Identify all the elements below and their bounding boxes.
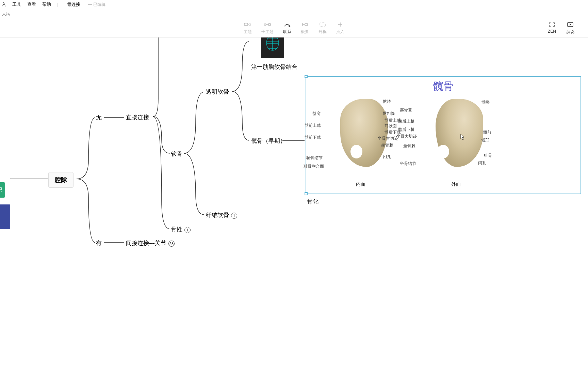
menu-insert[interactable]: 入 (2, 1, 6, 7)
topic-icon (244, 21, 251, 28)
document-status: — 已编辑 (88, 2, 105, 7)
node-none[interactable]: 无 (96, 113, 102, 121)
play-icon (567, 21, 574, 28)
hip-title: 髖骨 (433, 79, 454, 93)
hip-view-lateral: 外面 (451, 181, 461, 187)
svg-rect-4 (268, 24, 271, 26)
selected-image-hip[interactable]: 髖骨 髂窝 髂前上棘 髂前下棘 耻骨结节 耻骨联合面 髂嵴 髂粗隆 髂后上棘 耳… (306, 76, 581, 194)
tool-zen[interactable]: ZEN (548, 21, 556, 35)
tool-topic[interactable]: 主题 (244, 21, 252, 35)
plus-icon (337, 21, 344, 28)
node-hip-early[interactable]: 髋骨（早期） (251, 137, 286, 145)
badge-28: 28 (168, 241, 175, 247)
node-cavity[interactable]: 腔隙 (48, 172, 74, 188)
node-rib1[interactable]: 第一肋胸软骨结合 (251, 63, 297, 71)
tool-subtopic[interactable]: 子主题 (261, 21, 274, 35)
relation-icon (283, 21, 291, 28)
cursor-icon (460, 134, 465, 140)
svg-rect-6 (320, 23, 325, 26)
menu-tools[interactable]: 工具 (12, 1, 21, 7)
node-direct[interactable]: 直接连接 (126, 113, 149, 121)
thumbnail-ribcage[interactable] (261, 37, 284, 58)
summary-icon (301, 21, 309, 28)
menu-view[interactable]: 查看 (27, 1, 36, 7)
tool-summary[interactable]: 概要 (301, 21, 309, 35)
svg-rect-1 (249, 24, 251, 25)
tool-boundary[interactable]: 外框 (318, 21, 327, 35)
node-left-green[interactable]: 只 (0, 182, 5, 198)
resize-handle-tl[interactable] (305, 75, 308, 78)
hip-view-medial: 内面 (356, 181, 365, 187)
subtopic-icon (264, 21, 271, 28)
tabbar: 大纲 (0, 9, 588, 19)
boundary-icon (319, 21, 326, 28)
resize-handle-bl[interactable] (305, 192, 308, 195)
svg-point-2 (264, 24, 266, 26)
svg-rect-0 (244, 23, 248, 26)
node-fibro[interactable]: 纤维软骨1 (206, 211, 237, 219)
tool-pitch[interactable]: 演说 (566, 21, 574, 35)
tab-outline[interactable]: 大纲 (2, 11, 11, 17)
node-yes[interactable]: 有 (96, 239, 102, 247)
tool-relationship[interactable]: 联系 (283, 21, 291, 35)
mindmap-canvas[interactable]: 只 腔隙 无 直接连接 软骨 透明软骨 纤维软骨1 骨性1 有 间接连接---关… (0, 37, 588, 368)
svg-rect-5 (305, 24, 308, 26)
node-cartilage[interactable]: 软骨 (171, 150, 182, 158)
badge-1: 1 (231, 213, 237, 219)
zen-icon (548, 21, 556, 28)
node-root[interactable] (0, 204, 10, 229)
hip-lateral-view: 髂骨翼 髂后上棘 髂后下棘 坐骨大切迹 坐骨棘 坐骨结节 髂嵴 髂前 髋臼 耻骨… (419, 95, 493, 177)
toolbar: 主题 子主题 联系 概要 外框 插入 ZEN 演说 (0, 19, 588, 37)
node-ossify[interactable]: 骨化 (307, 198, 318, 205)
tool-insert[interactable]: 插入 (336, 21, 344, 35)
node-indirect[interactable]: 间接连接---关节28 (126, 239, 175, 247)
hip-medial-view: 髂窝 髂前上棘 髂前下棘 耻骨结节 耻骨联合面 髂嵴 髂粗隆 髂后上棘 耳状面 … (323, 95, 398, 177)
menubar: 入 工具 查看 帮助 | 骨连接 — 已编辑 (0, 0, 588, 9)
document-title: 骨连接 (67, 1, 80, 7)
node-bony[interactable]: 骨性1 (171, 226, 191, 233)
badge-1b: 1 (184, 227, 191, 233)
node-hyaline[interactable]: 透明软骨 (206, 88, 229, 96)
menu-help[interactable]: 帮助 (42, 1, 51, 7)
